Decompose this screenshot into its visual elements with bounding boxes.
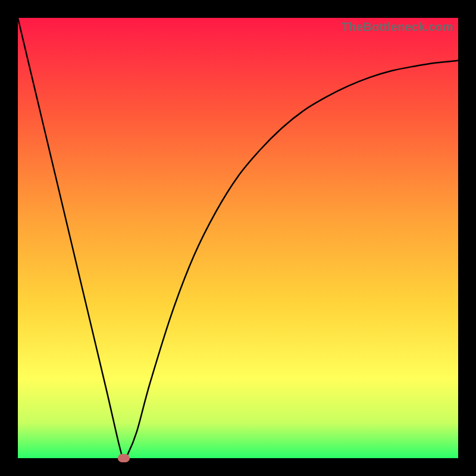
minimum-marker xyxy=(118,454,130,462)
curve-path xyxy=(18,18,458,458)
plot-area: TheBottleneck.com xyxy=(18,18,458,458)
chart-frame: TheBottleneck.com xyxy=(0,0,476,476)
curve-svg xyxy=(18,18,458,458)
